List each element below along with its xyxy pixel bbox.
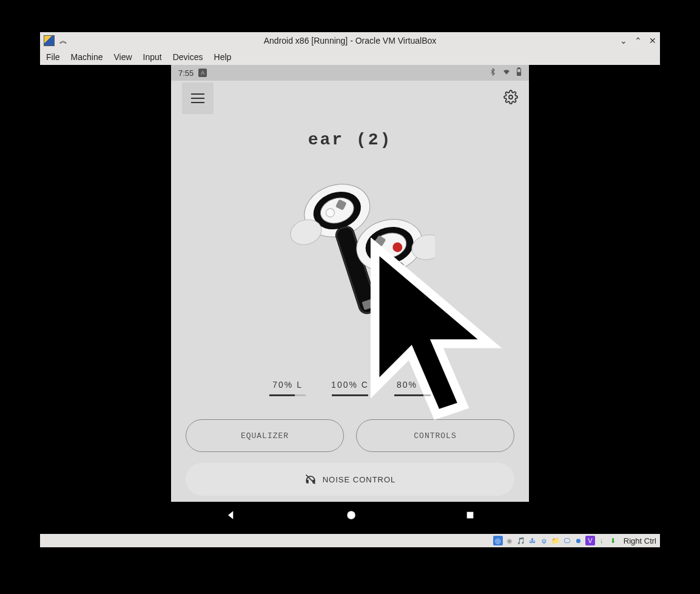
virtualbox-window: ︽ Android x86 [Running] - Oracle VM Virt… <box>40 32 660 547</box>
ind-cpu-icon[interactable]: V <box>585 536 595 545</box>
ind-usb-icon[interactable]: ψ <box>539 536 549 545</box>
gear-icon <box>503 90 518 104</box>
status-clock: 7:55 <box>178 69 194 78</box>
menu-machine[interactable]: Machine <box>71 52 103 62</box>
svg-rect-24 <box>466 512 473 519</box>
expand-icon[interactable]: ︽ <box>59 35 67 46</box>
nav-recent-icon <box>465 510 475 520</box>
menu-help[interactable]: Help <box>214 52 232 62</box>
product-image <box>171 149 529 380</box>
ind-harddisk-icon[interactable]: ◎ <box>493 536 503 545</box>
menu-icon <box>191 98 204 99</box>
bluetooth-icon <box>489 67 497 78</box>
svg-rect-2 <box>517 72 520 75</box>
minimize-icon[interactable]: ⌄ <box>620 36 627 45</box>
battery-icon <box>516 67 522 78</box>
menu-button[interactable] <box>182 83 214 114</box>
menu-file[interactable]: File <box>46 52 60 62</box>
battery-left: 70% L <box>269 380 306 396</box>
nav-back-icon <box>225 509 237 521</box>
menu-input[interactable]: Input <box>143 52 162 62</box>
ind-display-icon[interactable]: 🖵 <box>562 536 572 545</box>
nav-home-icon <box>346 510 357 521</box>
noise-control-label: NOISE CONTROL <box>323 475 396 484</box>
vb-statusbar: ◎ ◉ 🎵 🖧 ψ 📁 🖵 ⏺ V ↓ ⬇ Right Ctrl <box>40 534 660 547</box>
android-statusbar[interactable]: 7:55 A <box>171 65 529 81</box>
noise-control-button[interactable]: NOISE CONTROL <box>186 463 514 496</box>
svg-point-23 <box>347 511 355 519</box>
status-badge: A <box>198 69 207 77</box>
product-name: ear (2) <box>171 130 529 149</box>
vm-display[interactable]: 7:55 A <box>40 65 660 534</box>
ind-mouse-icon[interactable]: ↓ <box>597 536 607 545</box>
menu-devices[interactable]: Devices <box>173 52 203 62</box>
ind-recording-icon[interactable]: ⏺ <box>574 536 584 545</box>
window-title: Android x86 [Running] - Oracle VM Virtua… <box>40 36 660 46</box>
host-key-label: Right Ctrl <box>624 536 656 545</box>
equalizer-button[interactable]: EQUALIZER <box>186 419 344 452</box>
nav-recent-button[interactable] <box>465 510 475 522</box>
wifi-icon <box>502 68 511 78</box>
noise-off-icon <box>305 473 317 485</box>
window-titlebar[interactable]: ︽ Android x86 [Running] - Oracle VM Virt… <box>40 32 660 49</box>
cursor-icon <box>352 238 522 432</box>
nav-back-button[interactable] <box>225 509 237 524</box>
ind-shared-folder-icon[interactable]: 📁 <box>551 536 560 545</box>
battery-left-label: 70% L <box>272 380 303 390</box>
ind-network-icon[interactable]: 🖧 <box>528 536 537 545</box>
settings-button[interactable] <box>503 90 518 107</box>
svg-rect-1 <box>518 68 520 69</box>
nothing-x-app: ear (2) <box>171 81 529 502</box>
svg-point-3 <box>509 95 513 99</box>
close-icon[interactable]: ✕ <box>649 36 656 45</box>
app-icon <box>44 35 55 46</box>
ind-audio-icon[interactable]: 🎵 <box>516 536 526 545</box>
menu-view[interactable]: View <box>113 52 132 62</box>
maximize-icon[interactable]: ⌃ <box>634 36 642 45</box>
android-screen: 7:55 A <box>171 65 529 531</box>
nav-home-button[interactable] <box>346 510 357 523</box>
ind-keyboard-icon[interactable]: ⬇ <box>608 536 618 545</box>
android-navbar <box>171 502 529 531</box>
ind-optical-icon[interactable]: ◉ <box>505 536 514 545</box>
menubar: File Machine View Input Devices Help <box>40 49 660 65</box>
